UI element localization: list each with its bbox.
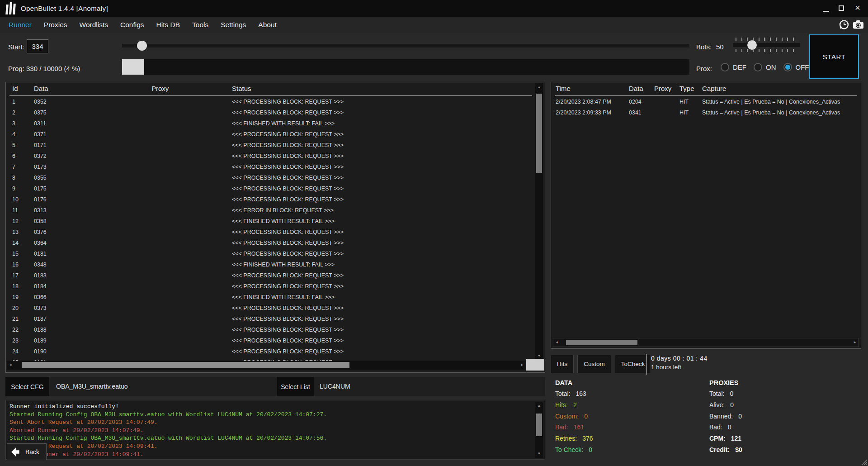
bots-table-row[interactable]: 20375<<< PROCESSING BLOCK: REQUEST >>> [6, 108, 545, 119]
cell-id: 13 [12, 229, 19, 235]
bots-table-vscrollbar[interactable]: ▲ ▼ [535, 83, 543, 360]
hscrollbar-thumb[interactable] [22, 362, 349, 368]
menu-item-wordlists[interactable]: Wordlists [80, 21, 108, 29]
bots-slider-thumb[interactable] [747, 40, 757, 50]
bots-table-row[interactable]: 10352<<< PROCESSING BLOCK: REQUEST >>> [6, 97, 545, 108]
bots-slider-track[interactable] [733, 43, 800, 47]
start-button[interactable]: START [809, 34, 859, 79]
prox-option-def[interactable]: DEF [721, 63, 746, 71]
start-input[interactable] [27, 39, 48, 53]
cell-id: 8 [12, 175, 15, 181]
col-header-data: Data [629, 85, 643, 92]
tab-custom[interactable]: Custom [577, 355, 611, 373]
stats-proxies-title: PROXIES [709, 379, 836, 386]
scroll-down-icon[interactable]: ▼ [535, 353, 543, 359]
hits-table: Time Data Proxy Type Capture 2/20/2023 2… [551, 82, 861, 349]
menu-item-settings[interactable]: Settings [221, 21, 246, 29]
bots-table-row[interactable]: 160348<<< FINISHED WITH RESULT: FAIL >>> [6, 260, 545, 271]
menu-item-configs[interactable]: Configs [120, 21, 144, 29]
bots-label: Bots: [696, 43, 712, 51]
header-divider [9, 95, 532, 96]
bots-table-row[interactable]: 230189<<< PROCESSING BLOCK: REQUEST >>> [6, 336, 545, 347]
scroll-right-icon[interactable]: ► [852, 339, 858, 346]
cell-status: <<< PROCESSING BLOCK: REQUEST >>> [232, 251, 344, 257]
bots-table-row[interactable]: 210187<<< PROCESSING BLOCK: REQUEST >>> [6, 314, 545, 325]
bots-table-row[interactable]: 30311<<< FINISHED WITH RESULT: FAIL >>> [6, 119, 545, 129]
menu-item-runner[interactable]: Runner [9, 21, 32, 29]
bots-table-row[interactable]: 170183<<< PROCESSING BLOCK: REQUEST >>> [6, 271, 545, 281]
radio-off-icon[interactable] [783, 63, 792, 71]
cell-data: 0171 [34, 142, 47, 148]
log-vscrollbar[interactable]: ▲ ▼ [535, 402, 543, 458]
menu-item-hits-db[interactable]: Hits DB [156, 21, 180, 29]
bots-table-row[interactable]: 190366<<< FINISHED WITH RESULT: FAIL >>> [6, 292, 545, 303]
bots-table-hscrollbar[interactable]: ◄ ► [7, 361, 526, 370]
menu-item-proxies[interactable]: Proxies [44, 21, 67, 29]
bots-table-row[interactable]: 50171<<< PROCESSING BLOCK: REQUEST >>> [6, 140, 545, 151]
cell-data: 0352 [34, 99, 47, 105]
bots-table-row[interactable]: 220188<<< PROCESSING BLOCK: REQUEST >>> [6, 325, 545, 336]
scroll-up-icon[interactable]: ▲ [535, 84, 543, 90]
scroll-right-icon[interactable]: ► [519, 362, 525, 368]
stat-credit: Credit:$0 [709, 446, 836, 454]
menu-item-tools[interactable]: Tools [192, 21, 208, 29]
scroll-up-icon[interactable]: ▲ [535, 403, 543, 409]
bots-table-row[interactable]: 140364<<< PROCESSING BLOCK: REQUEST >>> [6, 238, 545, 249]
cell-data: 0341 [629, 109, 642, 116]
progress-slider-track[interactable] [122, 44, 689, 48]
log-line: Aborted Runner at 20/02/2023 14:07:49. [9, 427, 533, 435]
maximize-button[interactable] [834, 0, 849, 17]
bots-table-row[interactable]: 80355<<< PROCESSING BLOCK: REQUEST >>> [6, 173, 545, 184]
hits-table-hscrollbar[interactable]: ◄ ► [553, 338, 859, 347]
scroll-down-icon[interactable]: ▼ [535, 451, 543, 457]
hscrollbar-thumb[interactable] [566, 340, 637, 345]
bots-table-row[interactable]: 60372<<< PROCESSING BLOCK: REQUEST >>> [6, 151, 545, 162]
col-header-time: Time [556, 85, 571, 92]
bots-table-row[interactable]: 110313<<< ERROR IN BLOCK: REQUEST >>> [6, 205, 545, 216]
resize-grip-icon[interactable] [861, 459, 867, 465]
bots-table-row[interactable]: 40371<<< PROCESSING BLOCK: REQUEST >>> [6, 129, 545, 140]
bots-table-row[interactable]: 150181<<< PROCESSING BLOCK: REQUEST >>> [6, 249, 545, 260]
prox-option-off[interactable]: OFF [783, 63, 809, 71]
bots-table-row[interactable]: 180184<<< PROCESSING BLOCK: REQUEST >>> [6, 281, 545, 292]
radio-def-icon[interactable] [721, 63, 729, 71]
cell-status: <<< ERROR IN BLOCK: REQUEST >>> [232, 207, 334, 214]
col-header-proxy: Proxy [151, 85, 169, 92]
cell-id: 7 [12, 164, 15, 170]
log-line: Sent Abort Request at 20/02/2023 14:09:4… [9, 442, 533, 451]
select-list-button[interactable]: Select List [277, 377, 314, 396]
close-button[interactable]: ✕ [850, 0, 865, 17]
minimize-button[interactable] [818, 0, 834, 17]
history-clock-icon[interactable] [838, 19, 849, 30]
scroll-left-icon[interactable]: ◄ [554, 339, 560, 346]
bots-table-row[interactable]: 200373<<< PROCESSING BLOCK: REQUEST >>> [6, 303, 545, 314]
vscrollbar-thumb[interactable] [536, 94, 542, 173]
stat-banned: Banned:0 [709, 413, 836, 421]
hits-table-row[interactable]: 2/20/2023 2:09:33 PM0341HITStatus = Acti… [551, 108, 861, 119]
bots-table-row[interactable]: 130376<<< PROCESSING BLOCK: REQUEST >>> [6, 227, 545, 238]
cell-status: <<< PROCESSING BLOCK: REQUEST >>> [232, 185, 344, 192]
bots-table-row[interactable]: 100176<<< PROCESSING BLOCK: REQUEST >>> [6, 195, 545, 205]
bots-table-row[interactable]: 90175<<< PROCESSING BLOCK: REQUEST >>> [6, 184, 545, 195]
progress-slider-thumb[interactable] [137, 41, 147, 51]
tab-tocheck[interactable]: ToCheck [615, 355, 651, 373]
hits-table-row[interactable]: 2/20/2023 2:08:47 PM0204HITStatus = Acti… [551, 97, 861, 108]
prox-option-on[interactable]: ON [754, 63, 776, 71]
radio-on-icon[interactable] [754, 63, 762, 71]
back-button[interactable]: Back [7, 443, 47, 460]
screenshot-camera-icon[interactable] [852, 19, 864, 30]
stat-label: To Check: [555, 446, 583, 453]
scroll-left-icon[interactable]: ◄ [8, 362, 13, 368]
cell-time: 2/20/2023 2:08:47 PM [556, 99, 611, 105]
stat-label: Alive: [709, 401, 725, 409]
select-cfg-button[interactable]: Select CFG [5, 377, 49, 396]
bots-table-row[interactable]: 120358<<< FINISHED WITH RESULT: FAIL >>> [6, 216, 545, 227]
bots-table-row[interactable]: 240190<<< PROCESSING BLOCK: REQUEST >>> [6, 347, 545, 357]
bots-table-row[interactable]: 70173<<< PROCESSING BLOCK: REQUEST >>> [6, 162, 545, 173]
vscrollbar-thumb[interactable] [536, 414, 542, 436]
menu-item-about[interactable]: About [258, 21, 277, 29]
stat-label: Retries: [555, 435, 577, 442]
stat-custom: Custom:0 [555, 413, 682, 421]
cell-status: <<< PROCESSING BLOCK: REQUEST >>> [232, 327, 344, 333]
tab-hits[interactable]: Hits [551, 355, 574, 373]
